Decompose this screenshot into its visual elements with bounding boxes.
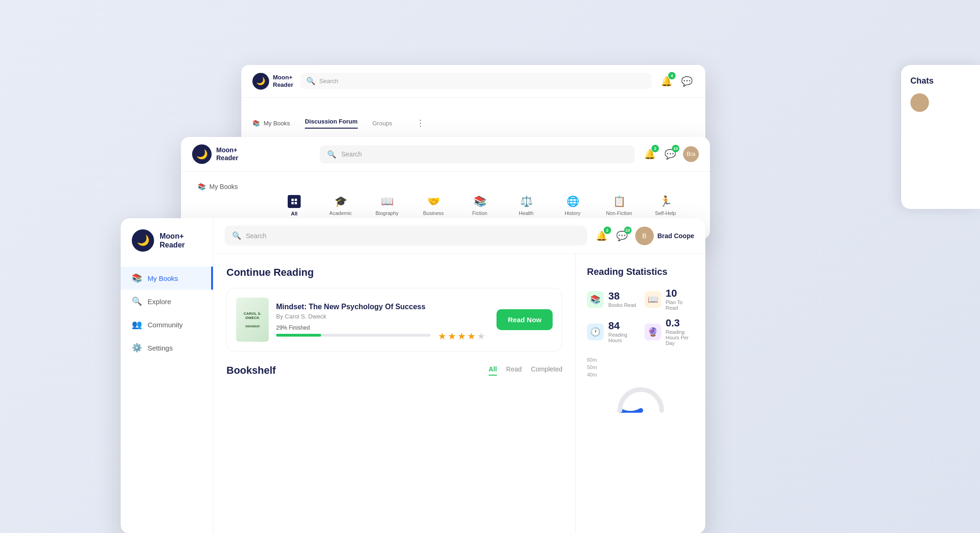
stats-grid: 📚 38 Books Read 📖 10 Plan To Read bbox=[587, 288, 694, 346]
bookshelf-tab-read[interactable]: Read bbox=[506, 365, 522, 376]
fw-username: Brad Coope bbox=[658, 232, 694, 240]
sidebar-item-mybooks[interactable]: 📚 My Books bbox=[121, 266, 213, 290]
bw1-logo: 🌙 Moon+ Reader bbox=[252, 73, 293, 90]
fw-search-icon: 🔍 bbox=[232, 231, 241, 240]
reading-chart: 60m 50m 40m bbox=[587, 357, 694, 377]
continue-reading-title: Continue Reading bbox=[226, 266, 562, 279]
svg-rect-0 bbox=[291, 199, 294, 201]
bw1-header: 🌙 Moon+ Reader 🔍 Search 🔔 4 💬 bbox=[241, 65, 705, 98]
fw-logo: 🌙 Moon+ Reader bbox=[121, 229, 213, 266]
bw2-search-placeholder: Search bbox=[341, 150, 361, 158]
bw2-chat-badge: 10 bbox=[672, 145, 679, 152]
stat-perday-label: Reading Hours Per Day bbox=[666, 329, 695, 346]
bw2-avatar: Bra bbox=[683, 146, 699, 162]
bw2-notif-badge: 2 bbox=[651, 145, 659, 152]
category-selfhelp[interactable]: 🏃 Self-Help bbox=[651, 195, 679, 216]
category-health[interactable]: ⚖️ Health bbox=[512, 195, 540, 216]
category-business[interactable]: 🤝 Business bbox=[419, 195, 447, 216]
book-author: By Carol S. Dweck bbox=[276, 313, 431, 320]
bw2-search-bar[interactable]: 🔍 Search bbox=[320, 145, 635, 163]
stat-books-read-icon: 📚 bbox=[587, 291, 604, 308]
chart-label-50m: 50m bbox=[587, 364, 694, 370]
stat-plan-info: 10 Plan To Read bbox=[666, 288, 695, 311]
category-academic[interactable]: 🎓 Academic bbox=[327, 195, 355, 216]
bw1-logo-icon: 🌙 bbox=[252, 73, 269, 90]
bookshelf-tabs: All Read Completed bbox=[489, 365, 562, 376]
stat-hours-per-day: 🔮 0.3 Reading Hours Per Day bbox=[645, 318, 695, 346]
continue-reading-card: CAROL S.DWECKmindset Mindset: The New Ps… bbox=[226, 288, 562, 351]
chart-label-40m: 40m bbox=[587, 372, 694, 377]
bw1-app-name: Moon+ Reader bbox=[273, 74, 293, 88]
fiction-icon: 📚 bbox=[474, 195, 486, 208]
academic-icon: 🎓 bbox=[335, 195, 347, 208]
bw1-mybooks-item[interactable]: 📚 My Books bbox=[252, 120, 290, 127]
star-5: ★ bbox=[477, 331, 485, 342]
bw2-header: 🌙 Moon+ Reader 🔍 Search 🔔 2 💬 10 Bra bbox=[181, 137, 710, 172]
fw-chat-btn[interactable]: 💬 10 bbox=[615, 228, 630, 243]
svg-rect-1 bbox=[295, 199, 297, 201]
fw-chat-badge: 10 bbox=[624, 227, 632, 234]
bookshelf-header: Bookshelf All Read Completed bbox=[226, 364, 562, 377]
fw-notif-badge: 2 bbox=[604, 227, 611, 234]
back-window-1: 🌙 Moon+ Reader 🔍 Search 🔔 4 💬 📚 My Books bbox=[241, 65, 705, 149]
bw1-tabs: Discussion Forum Groups bbox=[305, 118, 392, 129]
fw-search-bar[interactable]: 🔍 Search bbox=[225, 226, 587, 246]
bw2-chat-btn[interactable]: 💬 10 bbox=[663, 147, 677, 162]
fw-app-name: Moon+ Reader bbox=[160, 232, 185, 249]
progress-label: 29% Finished bbox=[276, 325, 431, 331]
category-history-label: History bbox=[565, 210, 580, 216]
stat-reading-hours: 🕐 84 Reading Hours bbox=[587, 318, 637, 346]
svg-rect-3 bbox=[295, 202, 297, 204]
category-history[interactable]: 🌐 History bbox=[559, 195, 587, 216]
fw-header: 🔍 Search 🔔 2 💬 10 B Brad Coope bbox=[213, 218, 705, 254]
category-fiction[interactable]: 📚 Fiction bbox=[466, 195, 494, 216]
bw1-books-icon: 📚 bbox=[252, 120, 260, 127]
stat-plan-icon: 📖 bbox=[645, 291, 661, 308]
bw1-search-placeholder: Search bbox=[319, 78, 338, 84]
mybooks-nav-label: My Books bbox=[148, 274, 178, 282]
bookshelf-tab-completed[interactable]: Completed bbox=[531, 365, 562, 376]
bookshelf-tab-all[interactable]: All bbox=[489, 365, 497, 376]
bw1-tab-forum[interactable]: Discussion Forum bbox=[305, 118, 357, 129]
fw-notification-btn[interactable]: 🔔 2 bbox=[594, 228, 609, 243]
category-all-label: All bbox=[291, 211, 297, 216]
category-all[interactable]: All bbox=[280, 195, 308, 216]
bw1-moon-icon: 🌙 bbox=[256, 77, 265, 85]
stat-plan-label: Plan To Read bbox=[666, 299, 695, 311]
history-icon: 🌐 bbox=[567, 195, 579, 208]
bw1-chat-btn[interactable]: 💬 bbox=[679, 74, 694, 89]
category-health-label: Health bbox=[519, 210, 534, 216]
stat-hours-label: Reading Hours bbox=[608, 332, 637, 343]
stat-books-read-info: 38 Books Read bbox=[608, 291, 636, 308]
category-biography[interactable]: 📖 Biography bbox=[373, 195, 401, 216]
bw2-notification-btn[interactable]: 🔔 2 bbox=[642, 147, 657, 162]
fw-layout: 🌙 Moon+ Reader 📚 My Books 🔍 Explore 👥 Co… bbox=[121, 218, 705, 533]
bw1-search-bar[interactable]: 🔍 Search bbox=[301, 73, 651, 89]
explore-nav-label: Explore bbox=[148, 298, 171, 306]
bw1-search-icon: 🔍 bbox=[306, 77, 316, 85]
bw1-notification-btn[interactable]: 🔔 4 bbox=[659, 74, 674, 89]
book-cover-text: CAROL S.DWECKmindset bbox=[242, 310, 263, 330]
sidebar-item-community[interactable]: 👥 Community bbox=[121, 313, 213, 336]
sidebar-item-settings[interactable]: ⚙️ Settings bbox=[121, 336, 213, 359]
bookshelf-title: Bookshelf bbox=[226, 364, 489, 377]
donut-chart-area bbox=[587, 385, 694, 413]
bw1-tab-groups[interactable]: Groups bbox=[373, 120, 393, 127]
bw2-books-icon: 📚 bbox=[198, 183, 206, 190]
category-business-label: Business bbox=[423, 210, 444, 216]
bw2-search-icon: 🔍 bbox=[327, 150, 336, 159]
fw-content: 🔍 Search 🔔 2 💬 10 B Brad Coope bbox=[213, 218, 705, 533]
bw2-logo-icon: 🌙 bbox=[192, 144, 212, 164]
explore-nav-icon: 🔍 bbox=[132, 296, 142, 306]
fw-stats-panel: Reading Statistics 📚 38 Books Read bbox=[575, 254, 705, 533]
bw1-more-menu[interactable]: ⋮ bbox=[416, 118, 425, 128]
category-nonfiction[interactable]: 📋 Non-Fiction bbox=[605, 195, 633, 216]
sidebar-item-explore[interactable]: 🔍 Explore bbox=[121, 290, 213, 313]
read-now-button[interactable]: Read Now bbox=[496, 309, 553, 330]
book-rating: ★ ★ ★ ★ ★ bbox=[438, 331, 485, 342]
star-2: ★ bbox=[448, 331, 456, 342]
bw2-app-name: Moon+ Reader bbox=[216, 146, 238, 162]
stat-plan-num: 10 bbox=[666, 288, 695, 299]
stat-hours-info: 84 Reading Hours bbox=[608, 321, 637, 343]
bw2-mybooks-item[interactable]: 📚 My Books bbox=[192, 179, 271, 194]
